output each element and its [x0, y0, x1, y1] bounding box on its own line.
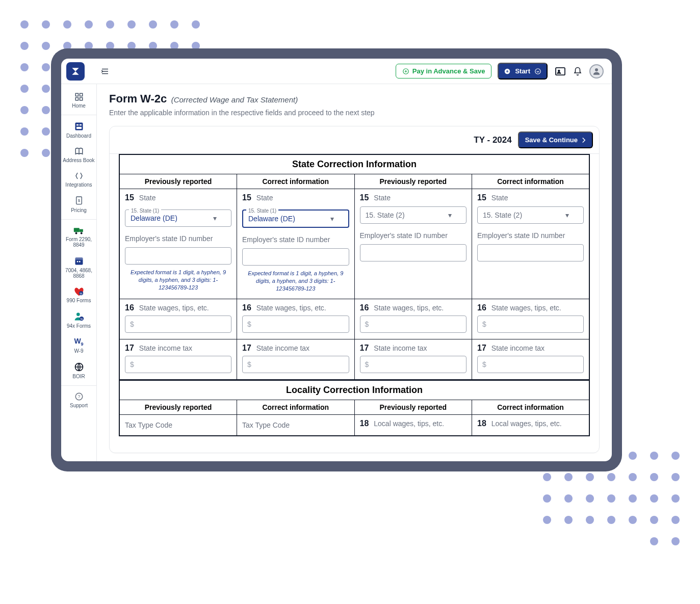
- collapse-sidebar-icon[interactable]: [100, 67, 110, 76]
- cell-tax-type-corr: Tax Type Code: [237, 414, 355, 436]
- locality-correction-table: Locality Correction Information Previous…: [119, 380, 590, 436]
- person-icon: %: [62, 311, 95, 322]
- state-tax-prev-2-input[interactable]: [360, 356, 467, 373]
- card-body[interactable]: State Correction Information Previously …: [110, 154, 599, 453]
- field-label: State wages, tips, etc.: [491, 304, 561, 312]
- tax-type-code-label: Tax Type Code: [125, 419, 231, 429]
- svg-rect-10: [75, 123, 83, 130]
- id-card-icon[interactable]: [555, 67, 566, 76]
- cell-15-corr-2: 15State 15. State (2) ▾ Employer's state…: [472, 189, 590, 299]
- form-card: TY - 2024 Save & Continue State Correcti…: [109, 126, 600, 453]
- sidebar-item-dashboard[interactable]: Dashboard: [61, 115, 96, 143]
- state-tax-corr-2-input[interactable]: [477, 356, 584, 373]
- select-value: Delaware (DE): [131, 214, 177, 222]
- help-icon: ?: [62, 392, 95, 401]
- field-label: Local wages, tips, etc.: [491, 419, 562, 428]
- dashboard-icon: [62, 121, 95, 132]
- sidebar-item-7004[interactable]: 7004, 4868, 8868: [61, 252, 96, 283]
- state-wages-prev-2-input[interactable]: [360, 316, 467, 333]
- svg-rect-21: [75, 257, 83, 259]
- sidebar-item-address-book[interactable]: Address Book: [61, 143, 96, 167]
- field-num: 18: [360, 419, 369, 428]
- field-num: 17: [125, 344, 134, 353]
- sidebar-item-label: BOIR: [72, 374, 85, 379]
- state-2-corr-select[interactable]: 15. State (2) ▾: [477, 206, 584, 224]
- start-button[interactable]: Start: [498, 63, 548, 80]
- field-num: 17: [360, 344, 369, 353]
- field-num: 15: [477, 193, 486, 202]
- svg-point-18: [75, 232, 77, 234]
- save-continue-button[interactable]: Save & Continue: [518, 132, 593, 148]
- svg-text:%: %: [80, 292, 82, 295]
- sidebar-item-label: Address Book: [63, 157, 94, 163]
- cell-17-prev-2: 17State income tax: [354, 339, 472, 380]
- employer-state-id-prev-1-input[interactable]: [125, 247, 231, 265]
- state-2-prev-select[interactable]: 15. State (2) ▾: [360, 206, 467, 224]
- page-title: Form W-2c: [109, 92, 167, 105]
- svg-rect-23: [79, 261, 81, 262]
- employer-state-id-prev-2-input[interactable]: [360, 244, 467, 261]
- svg-text:$: $: [77, 198, 80, 203]
- state-tax-corr-1-input[interactable]: [242, 356, 349, 373]
- grid-icon: [62, 92, 95, 101]
- sidebar-item-support[interactable]: ? Support: [61, 385, 96, 412]
- sidebar-item-990[interactable]: % 990 Forms: [61, 283, 96, 307]
- sidebar-item-w9[interactable]: W9 W-9: [61, 333, 96, 358]
- state-section-title: State Correction Information: [119, 154, 589, 174]
- pricing-icon: $: [62, 196, 95, 206]
- state-tax-prev-1-input[interactable]: [125, 356, 231, 373]
- employer-state-id-corr-2-input[interactable]: [477, 244, 584, 261]
- cell-16-corr-1: 16State wages, tips, etc.: [237, 299, 355, 339]
- cell-15-prev-1: 15State 15. State (1) Delaware (DE) ▾ Em: [119, 189, 237, 299]
- field-num: 15: [125, 193, 134, 202]
- sidebar-item-home[interactable]: Home: [61, 88, 96, 113]
- employer-state-id-label: Employer's state ID number: [242, 235, 349, 244]
- field-num: 16: [477, 303, 486, 312]
- svg-rect-13: [76, 127, 82, 129]
- sidebar-item-label: 7004, 4868, 8868: [65, 268, 92, 279]
- start-label: Start: [515, 67, 530, 75]
- col-header: Correct information: [237, 400, 355, 414]
- heart-icon: %: [62, 287, 95, 296]
- state-wages-corr-1-input[interactable]: [242, 316, 349, 333]
- svg-text:%: %: [80, 318, 83, 321]
- pay-in-advance-button[interactable]: Pay in Advance & Save: [396, 64, 492, 78]
- field-label: State income tax: [256, 344, 309, 352]
- svg-rect-6: [75, 93, 78, 96]
- state-wages-corr-2-input[interactable]: [477, 316, 584, 333]
- field-label: State: [139, 194, 156, 202]
- svg-rect-22: [76, 261, 78, 262]
- tax-type-code-label: Tax Type Code: [242, 419, 349, 429]
- sidebar-item-form-2290[interactable]: Form 2290, 8849: [61, 219, 96, 252]
- field-num: 17: [242, 344, 251, 353]
- col-header: Correct information: [237, 174, 355, 189]
- field-label: State: [491, 194, 508, 202]
- cell-17-corr-2: 17State income tax: [472, 339, 590, 380]
- user-avatar[interactable]: [589, 64, 604, 78]
- logo-icon: [70, 66, 81, 76]
- sidebar-item-boir[interactable]: BOIR: [61, 358, 96, 383]
- cell-15-corr-1: 15State 15. State (1) Delaware (DE) ▾ Em: [237, 189, 355, 299]
- book-icon: [62, 147, 95, 156]
- sidebar-item-integrations[interactable]: Integrations: [61, 167, 96, 192]
- sidebar-item-94x[interactable]: % 94x Forms: [61, 307, 96, 333]
- format-hint: Expected format is 1 digit, a hyphen, 9 …: [242, 270, 349, 293]
- select-placeholder: 15. State (2): [483, 211, 522, 219]
- page-subtitle: (Corrected Wage and Tax Statement): [171, 95, 298, 104]
- svg-rect-7: [80, 93, 82, 96]
- chevron-down-icon: ▾: [213, 214, 217, 222]
- bell-icon[interactable]: [573, 66, 582, 76]
- employer-state-id-corr-1-input[interactable]: [242, 248, 349, 266]
- sidebar-item-pricing[interactable]: $ Pricing: [61, 192, 96, 217]
- plus-circle-filled-icon: [504, 68, 511, 75]
- sidebar-item-label: Support: [70, 403, 88, 408]
- sidebar-item-label: W-9: [74, 348, 83, 354]
- field-num: 16: [242, 303, 251, 312]
- tax-year-label: TY - 2024: [474, 135, 511, 145]
- sidebar-item-label: Dashboard: [66, 133, 91, 139]
- field-num: 17: [477, 344, 486, 353]
- state-wages-prev-1-input[interactable]: [125, 316, 231, 333]
- app-logo[interactable]: [66, 62, 85, 81]
- col-header: Previously reported: [119, 400, 237, 414]
- field-label: State income tax: [374, 344, 427, 352]
